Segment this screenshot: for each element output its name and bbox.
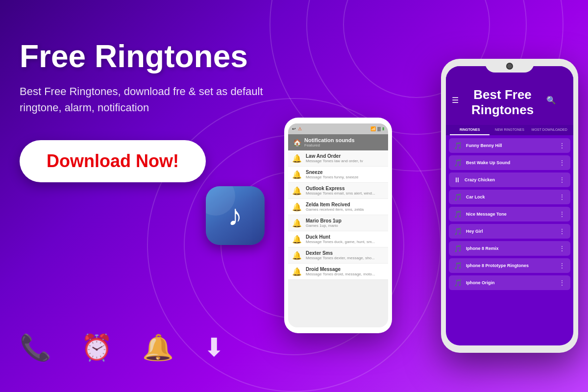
ringtone-name: Law And Order bbox=[306, 153, 384, 159]
ringtone-name: Droid Message bbox=[306, 267, 384, 272]
tab-new-ringtones[interactable]: NEW RINGTONES bbox=[490, 125, 529, 135]
music-note-icon: ♪ bbox=[228, 201, 243, 230]
list-item[interactable]: 🔔 Sneeze Message Tones funny, sneeze bbox=[288, 167, 388, 183]
bell-icon: 🔔 bbox=[292, 267, 302, 276]
download-icon: ⬇ bbox=[203, 333, 225, 363]
list-item[interactable]: 🔔 Dexter Sms Message Tones dexter, messa… bbox=[288, 247, 388, 264]
list-item[interactable]: 🔔 Law And Order Message Tones law and or… bbox=[288, 150, 388, 167]
ringtone-name: Crazy Chicken bbox=[465, 177, 555, 182]
ringtone-name: Sneeze bbox=[306, 170, 384, 175]
header-subtitle: Featured bbox=[304, 143, 383, 147]
ringtone-name: Iphone Origin bbox=[466, 280, 555, 285]
tab-ringtones[interactable]: RINGTONES bbox=[450, 125, 490, 135]
app-ringtone-list: 🎵 Funny Benny Hill ⋮ 🎵 Best Wake Up Soun… bbox=[446, 135, 573, 295]
status-bar: ↩ ⚠ 📶 ||| ▮ bbox=[288, 123, 388, 134]
ringtone-icon: ⏸ bbox=[454, 176, 461, 184]
ringtone-name: Funny Benny Hill bbox=[466, 143, 555, 148]
ringtone-sub: Games received item, sms, zelda bbox=[306, 207, 384, 212]
ringtone-icon: 🎵 bbox=[454, 262, 462, 270]
header-title: Notification sounds bbox=[304, 137, 383, 143]
ringtone-icon: 🎵 bbox=[454, 210, 462, 218]
status-back-icon: ↩ bbox=[292, 126, 296, 131]
bell-icon: 🔔 bbox=[292, 251, 302, 260]
ringtone-sub: Message Tones droid, message, moto... bbox=[306, 272, 384, 276]
alarm-icon: ⏰ bbox=[81, 333, 113, 363]
app-icon[interactable]: ♪ bbox=[206, 186, 265, 245]
menu-icon[interactable]: ⋮ bbox=[559, 210, 565, 218]
front-camera bbox=[506, 63, 513, 70]
app-header: ☰ Best FreeRingtones 🔍 bbox=[446, 66, 573, 125]
ringtone-name: Duck Hunt bbox=[306, 234, 384, 240]
download-button-label: Download Now! bbox=[47, 151, 179, 171]
list-item[interactable]: ⏸ Crazy Chicken ⋮ bbox=[449, 172, 570, 187]
ringtone-icon: 🎵 bbox=[454, 193, 462, 201]
ringtone-name: Dexter Sms bbox=[306, 250, 384, 256]
list-item[interactable]: 🎵 Nice Message Tone ⋮ bbox=[449, 207, 570, 221]
phone-mockup-right: ☰ Best FreeRingtones 🔍 RINGTONES NEW RIN… bbox=[441, 59, 578, 353]
wifi-icon: 📶 bbox=[370, 126, 376, 131]
battery-icon: ▮ bbox=[382, 126, 384, 131]
ringtone-sub: Games 1up, mario bbox=[306, 223, 384, 228]
phone-icon: 📞 bbox=[20, 333, 51, 363]
ringtone-name: Iphone 8 Prototype Ringtones bbox=[466, 263, 555, 268]
hero-subtitle: Best Free Ringtones, download fre & set … bbox=[20, 83, 304, 116]
ringtone-name: Mario Bros 1up bbox=[306, 218, 384, 223]
ringtone-name: Zelda Item Recived bbox=[306, 202, 384, 207]
bell-notification-icon: 🔔 bbox=[142, 333, 174, 363]
menu-icon[interactable]: ⋮ bbox=[559, 227, 565, 235]
status-warning-icon: ⚠ bbox=[298, 126, 302, 131]
list-item[interactable]: 🎵 Iphone Origin ⋮ bbox=[449, 275, 570, 290]
list-item[interactable]: 🔔 Droid Message Message Tones droid, mes… bbox=[288, 264, 388, 280]
hamburger-icon[interactable]: ☰ bbox=[452, 96, 459, 105]
tabs-row: RINGTONES NEW RINGTONES MOST DOWNLOADED bbox=[446, 125, 573, 135]
ringtone-list: 🔔 Law And Order Message Tones law and or… bbox=[288, 150, 388, 280]
bell-icon: 🔔 bbox=[292, 170, 302, 179]
search-icon[interactable]: 🔍 bbox=[546, 96, 556, 105]
list-item[interactable]: 🔔 Outlook Express Message Tones email, s… bbox=[288, 183, 388, 199]
ringtone-icon: 🎵 bbox=[454, 227, 462, 235]
list-item[interactable]: 🎵 Iphone 8 Prototype Ringtones ⋮ bbox=[449, 258, 570, 273]
ringtone-name: Nice Message Tone bbox=[466, 212, 555, 217]
list-item[interactable]: 🎵 Hey Girl ⋮ bbox=[449, 224, 570, 239]
menu-icon[interactable]: ⋮ bbox=[559, 142, 565, 149]
menu-icon[interactable]: ⋮ bbox=[559, 279, 565, 287]
tab-most-downloaded[interactable]: MOST DOWNLOADED bbox=[530, 125, 569, 135]
list-item[interactable]: 🎵 Iphone 8 Remix ⋮ bbox=[449, 241, 570, 256]
ringtone-sub: Message Tones law and order, tv bbox=[306, 159, 384, 163]
menu-icon[interactable]: ⋮ bbox=[559, 159, 565, 167]
list-item[interactable]: 🔔 Duck Hunt Message Tones duck, game, hu… bbox=[288, 231, 388, 247]
bell-icon: 🔔 bbox=[292, 186, 302, 196]
ringtone-sub: Message Tones duck, game, hunt, sm... bbox=[306, 240, 384, 244]
ringtone-sub: Message Tones dexter, message, sho... bbox=[306, 256, 384, 260]
ringtone-sub: Message Tones funny, sneeze bbox=[306, 175, 384, 179]
ringtone-name: Car Lock bbox=[466, 195, 555, 199]
home-icon: 🏠 bbox=[293, 139, 301, 147]
ringtone-sub: Message Tones email, sms alert, wind... bbox=[306, 191, 384, 196]
ringtone-icon: 🎵 bbox=[454, 279, 462, 287]
ringtone-name: Outlook Express bbox=[306, 186, 384, 191]
list-item[interactable]: 🔔 Zelda Item Recived Games received item… bbox=[288, 199, 388, 215]
ringtone-icon: 🎵 bbox=[454, 142, 462, 149]
menu-icon[interactable]: ⋮ bbox=[559, 193, 565, 201]
ringtone-name: Best Wake Up Sound bbox=[466, 160, 555, 165]
download-button[interactable]: Download Now! bbox=[20, 140, 206, 182]
bell-icon: 🔔 bbox=[292, 154, 302, 163]
menu-icon[interactable]: ⋮ bbox=[559, 176, 565, 184]
bell-icon: 🔔 bbox=[292, 235, 302, 244]
menu-icon[interactable]: ⋮ bbox=[559, 262, 565, 270]
hero-content: Free Ringtones Best Free Ringtones, down… bbox=[20, 39, 304, 182]
list-item[interactable]: 🎵 Car Lock ⋮ bbox=[449, 190, 570, 204]
list-item[interactable]: 🎵 Best Wake Up Sound ⋮ bbox=[449, 155, 570, 170]
ringtone-icon: 🎵 bbox=[454, 245, 462, 252]
page-title: Free Ringtones bbox=[20, 39, 304, 74]
bell-icon: 🔔 bbox=[292, 219, 302, 228]
app-title: Best FreeRingtones bbox=[462, 80, 543, 120]
list-item[interactable]: 🎵 Funny Benny Hill ⋮ bbox=[449, 138, 570, 153]
menu-icon[interactable]: ⋮ bbox=[559, 245, 565, 252]
ringtone-name: Hey Girl bbox=[466, 229, 555, 234]
ringtone-name: Iphone 8 Remix bbox=[466, 246, 555, 251]
list-item[interactable]: 🔔 Mario Bros 1up Games 1up, mario bbox=[288, 215, 388, 231]
signal-icon: ||| bbox=[377, 126, 381, 131]
ringtone-header: 🏠 Notification sounds Featured bbox=[288, 134, 388, 150]
phone-mockup-left: ↩ ⚠ 📶 ||| ▮ 🏠 Notification sounds Featur… bbox=[284, 118, 392, 333]
